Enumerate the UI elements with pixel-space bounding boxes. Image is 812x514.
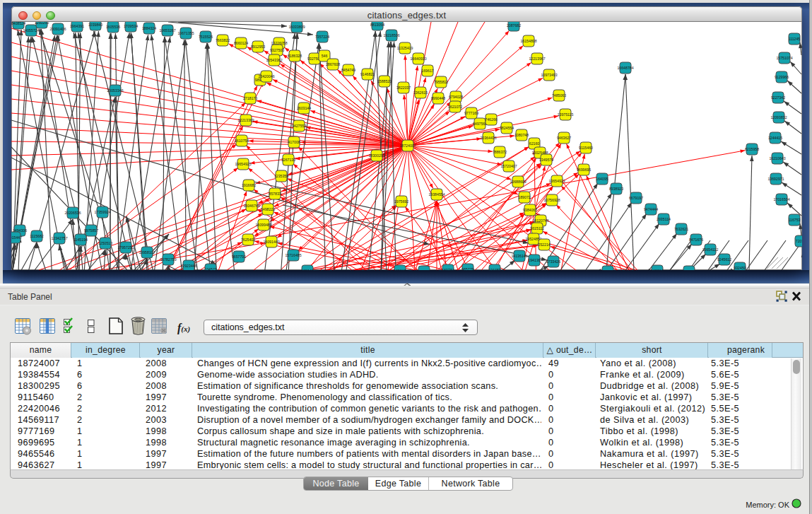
svg-text:7886372: 7886372 (493, 150, 507, 154)
svg-text:1615112: 1615112 (530, 226, 544, 230)
svg-text:7632621: 7632621 (674, 227, 688, 231)
svg-text:1610754: 1610754 (235, 139, 249, 143)
svg-text:103324: 103324 (651, 269, 663, 270)
svg-text:417008: 417008 (288, 140, 300, 144)
svg-text:16033809: 16033809 (288, 25, 305, 29)
svg-text:87968: 87968 (603, 269, 613, 270)
svg-text:1733426: 1733426 (546, 259, 560, 264)
svg-text:6497568: 6497568 (473, 122, 487, 126)
svg-text:2087682: 2087682 (507, 23, 521, 28)
svg-text:14136141: 14136141 (511, 254, 527, 258)
svg-text:8215958: 8215958 (745, 147, 759, 151)
svg-text:2603144: 2603144 (297, 106, 311, 110)
svg-text:9777169: 9777169 (464, 111, 478, 115)
svg-text:122046: 122046 (301, 269, 313, 270)
svg-text:7625402: 7625402 (241, 238, 255, 242)
svg-text:3822037: 3822037 (396, 86, 411, 90)
svg-text:6794028: 6794028 (449, 95, 463, 99)
svg-text:965779: 965779 (461, 267, 473, 270)
svg-text:f(x): f(x) (177, 322, 190, 334)
svg-text:194136: 194136 (528, 258, 540, 262)
svg-text:16120746: 16120746 (532, 218, 548, 223)
svg-text:20053346: 20053346 (107, 88, 123, 93)
svg-text:16640910: 16640910 (410, 57, 426, 61)
svg-text:1250513: 1250513 (98, 241, 112, 245)
svg-text:13975115: 13975115 (558, 112, 574, 117)
svg-text:12213369: 12213369 (237, 118, 254, 122)
svg-text:3824554: 3824554 (500, 126, 514, 130)
svg-text:104378: 104378 (418, 269, 430, 270)
svg-text:9327500: 9327500 (270, 48, 284, 52)
svg-text:9227342: 9227342 (771, 95, 785, 100)
svg-text:2935114: 2935114 (657, 217, 671, 221)
svg-text:1916682: 1916682 (242, 183, 256, 187)
svg-text:746266: 746266 (485, 117, 497, 122)
svg-text:111245: 111245 (789, 37, 801, 41)
svg-text:13692971: 13692971 (767, 177, 784, 181)
svg-text:17016504: 17016504 (773, 197, 789, 201)
svg-text:1080748: 1080748 (514, 133, 529, 137)
svg-text:10671355: 10671355 (177, 31, 194, 35)
svg-text:17359924: 17359924 (94, 210, 110, 214)
svg-text:9427552: 9427552 (292, 124, 306, 128)
svg-text:3267130: 3267130 (281, 158, 295, 162)
svg-text:9115460: 9115460 (579, 146, 593, 150)
svg-text:1964391: 1964391 (70, 24, 84, 28)
svg-text:1145194: 1145194 (73, 238, 88, 242)
svg-text:1884324: 1884324 (142, 26, 156, 30)
svg-text:1709534: 1709534 (124, 24, 138, 28)
svg-text:10973493: 10973493 (541, 73, 557, 77)
svg-text:10653267: 10653267 (159, 28, 175, 33)
svg-text:15751074: 15751074 (776, 56, 792, 60)
svg-text:9384067: 9384067 (523, 208, 537, 212)
svg-text:8813054: 8813054 (370, 23, 384, 27)
svg-text:1588520: 1588520 (377, 79, 392, 83)
svg-text:9657791: 9657791 (232, 255, 246, 259)
svg-text:9129966: 9129966 (775, 75, 789, 79)
svg-text:1244415: 1244415 (768, 136, 782, 140)
svg-text:10688609: 10688609 (510, 180, 526, 184)
svg-text:857833: 857833 (269, 192, 281, 196)
svg-text:16154808: 16154808 (520, 39, 536, 43)
svg-text:7955812: 7955812 (434, 80, 448, 84)
svg-text:1235359: 1235359 (274, 174, 288, 178)
svg-text:16782759: 16782759 (160, 257, 176, 262)
svg-text:15716485: 15716485 (285, 253, 301, 257)
svg-text:169617: 169617 (421, 69, 433, 73)
svg-text:1115682: 1115682 (30, 234, 44, 238)
svg-text:104523: 104523 (204, 267, 216, 270)
svg-text:104459: 104459 (488, 268, 500, 270)
svg-text:8660124: 8660124 (234, 41, 248, 45)
svg-text:8471676: 8471676 (689, 238, 703, 242)
svg-text:8990448: 8990448 (431, 96, 445, 100)
svg-text:20091406: 20091406 (49, 27, 66, 31)
svg-text:18300295: 18300295 (368, 153, 384, 158)
svg-text:7663822: 7663822 (216, 38, 230, 42)
svg-text:2867608: 2867608 (326, 62, 340, 66)
svg-text:12213967: 12213967 (529, 57, 545, 61)
svg-text:1605536: 1605536 (106, 25, 120, 29)
svg-text:13654923: 13654923 (548, 179, 565, 183)
svg-text:12923446: 12923446 (180, 264, 196, 268)
svg-text:9463627: 9463627 (557, 136, 571, 140)
svg-text:10756928: 10756928 (543, 198, 560, 202)
svg-text:15720407: 15720407 (500, 164, 517, 168)
svg-text:19384554: 19384554 (428, 192, 445, 197)
svg-text:7357224: 7357224 (315, 35, 329, 39)
svg-text:16091440: 16091440 (263, 240, 279, 244)
svg-text:7515526: 7515526 (199, 35, 213, 39)
svg-text:1039840: 1039840 (88, 23, 102, 27)
svg-text:19654925: 19654925 (235, 162, 251, 166)
svg-text:62160: 62160 (529, 141, 540, 146)
svg-text:9474444: 9474444 (644, 207, 658, 211)
svg-text:10654112: 10654112 (702, 247, 719, 252)
svg-text:92450: 92450 (684, 269, 695, 270)
svg-text:12342757: 12342757 (51, 236, 67, 240)
svg-text:16210643: 16210643 (769, 156, 785, 160)
svg-text:1349579: 1349579 (539, 158, 553, 162)
svg-text:16648784: 16648784 (617, 66, 633, 70)
svg-text:932450: 932450 (734, 266, 746, 270)
svg-text:17957253: 17957253 (117, 245, 134, 250)
svg-text:116753: 116753 (789, 218, 801, 222)
svg-text:10543362: 10543362 (266, 58, 282, 62)
